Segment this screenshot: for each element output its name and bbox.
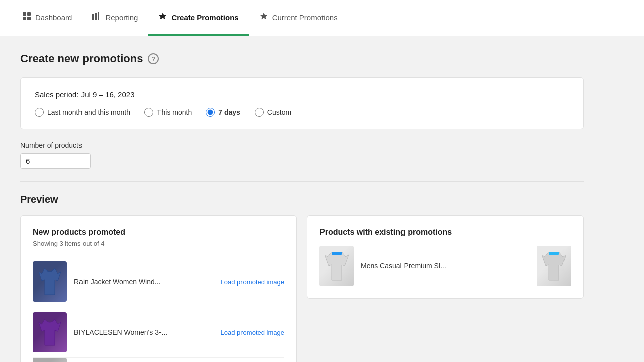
load-image-link-2[interactable]: Load promoted image [221,329,284,336]
nav-item-current-promotions[interactable]: Current Promotions [249,0,348,36]
radio-custom[interactable]: Custom [255,108,291,117]
top-navigation: Dashboard Reporting Create Promotions Cu… [0,0,644,36]
existing-promotions-card: Products with existing promotions Mens C… [307,215,584,299]
radio-label-custom: Custom [267,108,291,116]
svg-rect-4 [93,14,94,20]
radio-last-month-this-month[interactable]: Last month and this month [35,108,130,117]
new-products-subtitle: Showing 3 items out of 4 [33,240,284,247]
sales-period-card: Sales period: Jul 9 – 16, 2023 Last mont… [20,77,584,129]
svg-marker-8 [159,12,166,19]
svg-rect-5 [95,13,97,20]
nav-label-current-promotions: Current Promotions [272,13,338,22]
nav-item-dashboard[interactable]: Dashboard [12,0,82,36]
product-thumbnail-2 [33,312,67,352]
product-thumbnail-3 [33,358,67,362]
create-promotions-icon [158,12,167,23]
help-icon[interactable]: ? [148,53,159,64]
existing-promotions-title: Products with existing promotions [319,228,571,237]
svg-rect-10 [332,252,342,255]
main-content: Create new promotions ? Sales period: Ju… [0,36,604,362]
product-item: Rain Jacket Women Wind... Load promoted … [33,256,284,307]
svg-rect-7 [92,14,93,20]
svg-marker-9 [260,12,267,19]
product-item: BIYLACLESEN Women's 3-... Load promoted … [33,307,284,358]
radio-label-last-month: Last month and this month [47,108,130,116]
radio-group: Last month and this month This month 7 d… [35,108,569,117]
svg-rect-1 [27,12,31,16]
new-products-card: New products promoted Showing 3 items ou… [20,215,297,362]
sales-period-label: Sales period: Jul 9 – 16, 2023 [35,90,569,99]
products-count-input[interactable] [21,154,91,168]
products-count-input-wrapper: ▲ ▼ [20,153,91,169]
load-image-link-1[interactable]: Load promoted image [221,278,284,286]
existing-product-thumb-left [319,246,354,286]
radio-input-this-month[interactable] [144,108,153,117]
radio-input-custom[interactable] [255,108,264,117]
nav-item-create-promotions[interactable]: Create Promotions [148,0,249,36]
radio-input-7-days[interactable] [206,108,215,117]
existing-product-thumb-right [537,246,571,286]
radio-this-month[interactable]: This month [144,108,192,117]
product-thumbnail-1 [33,261,67,302]
preview-grid: New products promoted Showing 3 items ou… [20,215,584,362]
products-count-label: Number of products [20,141,584,149]
svg-rect-0 [23,12,26,16]
nav-label-dashboard: Dashboard [35,13,72,22]
reporting-icon [92,12,101,23]
nav-label-create-promotions: Create Promotions [171,13,238,22]
svg-rect-3 [27,17,31,20]
radio-7-days[interactable]: 7 days [206,108,240,117]
radio-input-last-month[interactable] [35,108,44,117]
page-title: Create new promotions [20,52,143,65]
current-promotions-icon [259,12,268,23]
svg-rect-6 [98,12,99,20]
preview-title: Preview [20,194,584,205]
product-name-2: BIYLACLESEN Women's 3-... [74,328,214,336]
existing-product-name: Mens Casual Premium Sl... [361,262,530,270]
product-item [33,358,284,362]
nav-label-reporting: Reporting [105,13,138,22]
divider [20,181,584,182]
new-products-title: New products promoted [33,228,284,237]
existing-product-item: Mens Casual Premium Sl... [319,246,571,286]
radio-label-this-month: This month [157,108,192,116]
product-name-1: Rain Jacket Women Wind... [74,278,214,286]
radio-label-7-days: 7 days [218,108,240,116]
dashboard-icon [22,12,31,23]
page-title-row: Create new promotions ? [20,52,584,65]
nav-item-reporting[interactable]: Reporting [82,0,148,36]
svg-rect-2 [23,17,26,20]
svg-rect-11 [549,252,559,255]
